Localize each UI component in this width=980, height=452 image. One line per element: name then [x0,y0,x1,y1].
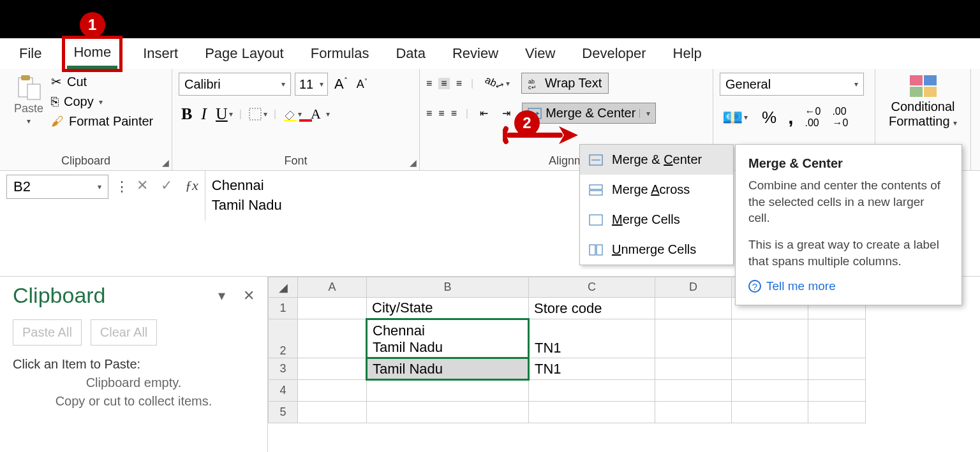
cell-C5[interactable] [529,402,655,423]
cell-F4[interactable] [808,380,866,402]
cell-A5[interactable] [298,402,367,423]
cell-D5[interactable] [655,402,732,423]
row-header-3[interactable]: 3 [269,358,298,380]
percent-button[interactable]: % [762,108,776,128]
cut-button[interactable]: ✂Cut [51,74,153,89]
tab-insert[interactable]: Insert [137,40,184,67]
wrap-text-button[interactable]: abc↵ Wrap Text [521,73,609,94]
conditional-formatting-button[interactable]: Conditional Formatting ▾ [882,74,964,129]
align-top-icon[interactable]: ≡ [426,78,432,89]
align-middle-icon[interactable]: ≡ [438,78,449,89]
tab-help[interactable]: Help [667,40,708,67]
align-left-icon[interactable]: ≡ [426,108,432,119]
row-header-4[interactable]: 4 [269,380,298,402]
italic-button[interactable]: I [198,103,209,125]
cell-B5[interactable] [367,402,529,423]
cell-C2[interactable]: TN1 [529,319,655,358]
tab-page-layout[interactable]: Page Layout [198,40,290,67]
increase-indent-icon[interactable]: ⇥ [500,106,513,120]
tab-view[interactable]: View [519,40,561,67]
cell-F3[interactable] [808,358,866,380]
underline-button[interactable]: U▾ [213,103,235,125]
comma-style-button[interactable]: , [788,106,793,128]
cell-D2[interactable] [655,319,732,358]
cell-C3[interactable]: TN1 [529,358,655,380]
pane-options-icon[interactable]: ▾ [218,288,225,304]
col-header-C[interactable]: C [529,277,655,298]
fx-icon[interactable]: ƒx [185,177,198,194]
col-header-D[interactable]: D [655,277,732,298]
paste-button[interactable]: Paste ▾ [6,73,51,129]
font-size-select[interactable]: 11▾ [295,73,328,96]
decrease-decimal-icon[interactable]: .00→0 [832,106,848,129]
cell-B2-line1: Chennai [373,323,523,339]
dialog-launcher-icon[interactable]: ◢ [410,157,417,168]
cell-C1[interactable]: Store code [529,298,655,319]
col-header-B[interactable]: B [367,277,529,298]
align-center-icon[interactable]: ≡ [438,108,444,119]
cell-E3[interactable] [732,358,808,380]
increase-decimal-icon[interactable]: ←0.00 [805,106,820,129]
bold-button[interactable]: B [179,103,195,125]
borders-button[interactable]: ▾ [246,106,270,122]
cell-A2[interactable] [298,319,367,358]
cell-F2[interactable] [808,319,866,358]
number-format-select[interactable]: General▾ [720,73,864,96]
tab-formulas[interactable]: Formulas [304,40,376,67]
cell-B2[interactable]: Chennai Tamil Nadu [367,319,529,358]
col-header-A[interactable]: A [298,277,367,298]
font-name-select[interactable]: Calibri▾ [179,73,291,96]
decrease-font-icon[interactable]: A˅ [354,78,370,91]
cell-B1[interactable]: City/State [367,298,529,319]
accounting-format-button[interactable]: 💶▾ [720,106,750,129]
vertical-align-set: ≡ ≡ ≡ [426,78,462,89]
merge-center-button[interactable]: Merge & Center ▾ [522,103,656,124]
increase-font-icon[interactable]: A˄ [332,76,350,92]
name-box[interactable]: B2▾ [6,175,108,199]
close-icon[interactable]: ✕ [243,288,255,304]
cancel-icon[interactable]: ✕ [137,177,148,194]
clear-all-button[interactable]: Clear All [91,319,157,346]
decrease-indent-icon[interactable]: ⇤ [477,106,491,120]
cell-A4[interactable] [298,380,367,402]
tell-me-more-link[interactable]: ? Tell me more [748,279,949,293]
copy-button[interactable]: ⎘Copy▾ [51,94,153,109]
menu-merge-center[interactable]: Merge & Center [580,145,733,175]
cell-E2[interactable] [732,319,808,358]
row-header-5[interactable]: 5 [269,402,298,423]
cell-E5[interactable] [732,402,808,423]
paste-all-button[interactable]: Paste All [13,319,82,346]
cell-E4[interactable] [732,380,808,402]
cell-D1[interactable] [655,298,732,319]
cell-D4[interactable] [655,380,732,402]
cell-C4[interactable] [529,380,655,402]
tab-data[interactable]: Data [389,40,431,67]
align-right-icon[interactable]: ≡ [451,108,457,119]
svg-rect-23 [597,245,602,255]
format-painter-button[interactable]: 🖌Format Painter [51,114,153,129]
row-header-1[interactable]: 1 [269,298,298,319]
menu-merge-cells[interactable]: Merge Cells [580,205,733,235]
cell-B3[interactable]: Tamil Nadu [367,358,529,380]
menu-unmerge-cells[interactable]: Unmerge Cells [580,235,733,265]
tab-file[interactable]: File [13,40,48,67]
merge-dropdown: Merge & Center Merge Across Merge Cells … [579,144,734,265]
cell-F5[interactable] [808,402,866,423]
enter-icon[interactable]: ✓ [161,177,172,194]
cell-A3[interactable] [298,358,367,380]
align-bottom-icon[interactable]: ≡ [456,78,462,89]
dialog-launcher-icon[interactable]: ◢ [162,157,169,168]
tab-developer[interactable]: Developer [575,40,652,67]
svg-rect-13 [924,75,937,85]
tab-home[interactable]: Home [67,39,117,69]
drag-handle-icon[interactable]: ⋮ [115,179,130,195]
cell-B4[interactable] [367,380,529,402]
cell-D3[interactable] [655,358,732,380]
tab-review[interactable]: Review [446,40,505,67]
font-color-button[interactable]: A▾ [308,105,332,124]
menu-merge-across[interactable]: Merge Across [580,175,733,205]
row-header-2[interactable]: 2 [269,319,298,358]
cell-A1[interactable] [298,298,367,319]
orientation-button[interactable]: ab⤢▾ [482,76,512,91]
select-all-corner[interactable]: ◢ [269,277,298,298]
